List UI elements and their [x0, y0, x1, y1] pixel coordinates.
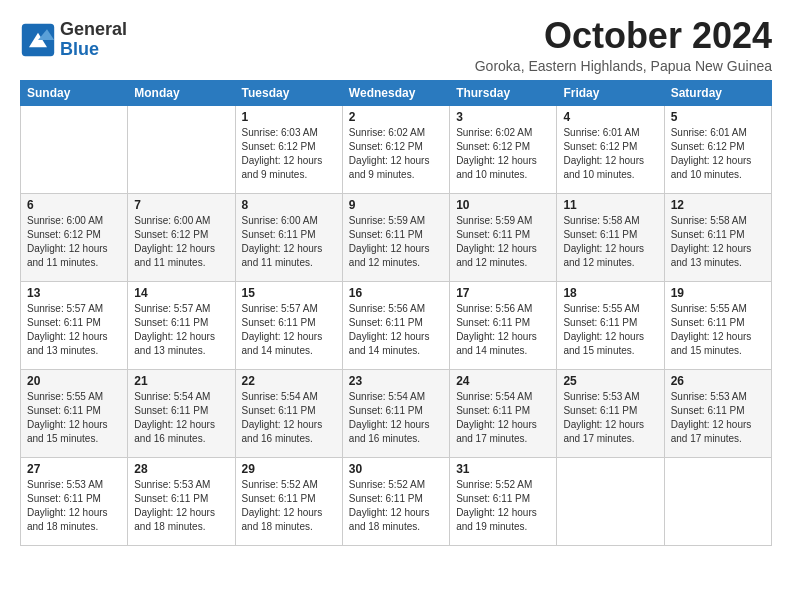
calendar-cell: 22Sunrise: 5:54 AM Sunset: 6:11 PM Dayli…	[235, 369, 342, 457]
day-number: 31	[456, 462, 550, 476]
day-info: Sunrise: 5:56 AM Sunset: 6:11 PM Dayligh…	[456, 302, 550, 358]
calendar-body: 1Sunrise: 6:03 AM Sunset: 6:12 PM Daylig…	[21, 105, 772, 545]
day-number: 18	[563, 286, 657, 300]
header-day-sunday: Sunday	[21, 80, 128, 105]
calendar-cell: 1Sunrise: 6:03 AM Sunset: 6:12 PM Daylig…	[235, 105, 342, 193]
header-day-saturday: Saturday	[664, 80, 771, 105]
calendar-table: SundayMondayTuesdayWednesdayThursdayFrid…	[20, 80, 772, 546]
day-info: Sunrise: 5:59 AM Sunset: 6:11 PM Dayligh…	[349, 214, 443, 270]
day-info: Sunrise: 5:52 AM Sunset: 6:11 PM Dayligh…	[456, 478, 550, 534]
day-number: 6	[27, 198, 121, 212]
calendar-cell	[128, 105, 235, 193]
calendar-cell	[557, 457, 664, 545]
calendar-cell: 6Sunrise: 6:00 AM Sunset: 6:12 PM Daylig…	[21, 193, 128, 281]
day-info: Sunrise: 6:01 AM Sunset: 6:12 PM Dayligh…	[671, 126, 765, 182]
calendar-cell: 4Sunrise: 6:01 AM Sunset: 6:12 PM Daylig…	[557, 105, 664, 193]
logo-text: General Blue	[60, 20, 127, 60]
title-area: October 2024 Goroka, Eastern Highlands, …	[475, 16, 772, 74]
calendar-cell: 15Sunrise: 5:57 AM Sunset: 6:11 PM Dayli…	[235, 281, 342, 369]
day-number: 2	[349, 110, 443, 124]
calendar-cell: 29Sunrise: 5:52 AM Sunset: 6:11 PM Dayli…	[235, 457, 342, 545]
day-number: 28	[134, 462, 228, 476]
day-number: 24	[456, 374, 550, 388]
day-info: Sunrise: 5:58 AM Sunset: 6:11 PM Dayligh…	[671, 214, 765, 270]
calendar-cell: 19Sunrise: 5:55 AM Sunset: 6:11 PM Dayli…	[664, 281, 771, 369]
week-row-2: 6Sunrise: 6:00 AM Sunset: 6:12 PM Daylig…	[21, 193, 772, 281]
day-info: Sunrise: 5:57 AM Sunset: 6:11 PM Dayligh…	[134, 302, 228, 358]
calendar-cell: 30Sunrise: 5:52 AM Sunset: 6:11 PM Dayli…	[342, 457, 449, 545]
day-info: Sunrise: 5:54 AM Sunset: 6:11 PM Dayligh…	[134, 390, 228, 446]
day-info: Sunrise: 5:57 AM Sunset: 6:11 PM Dayligh…	[27, 302, 121, 358]
day-info: Sunrise: 5:53 AM Sunset: 6:11 PM Dayligh…	[671, 390, 765, 446]
day-info: Sunrise: 5:54 AM Sunset: 6:11 PM Dayligh…	[456, 390, 550, 446]
location-subtitle: Goroka, Eastern Highlands, Papua New Gui…	[475, 58, 772, 74]
calendar-cell: 21Sunrise: 5:54 AM Sunset: 6:11 PM Dayli…	[128, 369, 235, 457]
day-number: 19	[671, 286, 765, 300]
day-info: Sunrise: 6:00 AM Sunset: 6:12 PM Dayligh…	[134, 214, 228, 270]
day-info: Sunrise: 5:55 AM Sunset: 6:11 PM Dayligh…	[563, 302, 657, 358]
day-number: 17	[456, 286, 550, 300]
day-info: Sunrise: 5:53 AM Sunset: 6:11 PM Dayligh…	[27, 478, 121, 534]
day-number: 21	[134, 374, 228, 388]
header-day-wednesday: Wednesday	[342, 80, 449, 105]
header-day-tuesday: Tuesday	[235, 80, 342, 105]
header: General Blue October 2024 Goroka, Easter…	[20, 16, 772, 74]
day-number: 20	[27, 374, 121, 388]
day-info: Sunrise: 5:52 AM Sunset: 6:11 PM Dayligh…	[242, 478, 336, 534]
week-row-1: 1Sunrise: 6:03 AM Sunset: 6:12 PM Daylig…	[21, 105, 772, 193]
day-info: Sunrise: 5:55 AM Sunset: 6:11 PM Dayligh…	[27, 390, 121, 446]
day-info: Sunrise: 5:52 AM Sunset: 6:11 PM Dayligh…	[349, 478, 443, 534]
day-info: Sunrise: 6:00 AM Sunset: 6:11 PM Dayligh…	[242, 214, 336, 270]
header-row: SundayMondayTuesdayWednesdayThursdayFrid…	[21, 80, 772, 105]
day-number: 23	[349, 374, 443, 388]
calendar-cell: 11Sunrise: 5:58 AM Sunset: 6:11 PM Dayli…	[557, 193, 664, 281]
calendar-cell: 27Sunrise: 5:53 AM Sunset: 6:11 PM Dayli…	[21, 457, 128, 545]
day-number: 29	[242, 462, 336, 476]
day-info: Sunrise: 5:59 AM Sunset: 6:11 PM Dayligh…	[456, 214, 550, 270]
day-info: Sunrise: 5:57 AM Sunset: 6:11 PM Dayligh…	[242, 302, 336, 358]
day-info: Sunrise: 6:03 AM Sunset: 6:12 PM Dayligh…	[242, 126, 336, 182]
calendar-cell: 14Sunrise: 5:57 AM Sunset: 6:11 PM Dayli…	[128, 281, 235, 369]
calendar-cell: 26Sunrise: 5:53 AM Sunset: 6:11 PM Dayli…	[664, 369, 771, 457]
logo: General Blue	[20, 20, 127, 60]
calendar-cell: 23Sunrise: 5:54 AM Sunset: 6:11 PM Dayli…	[342, 369, 449, 457]
calendar-cell: 31Sunrise: 5:52 AM Sunset: 6:11 PM Dayli…	[450, 457, 557, 545]
calendar-cell: 3Sunrise: 6:02 AM Sunset: 6:12 PM Daylig…	[450, 105, 557, 193]
month-title: October 2024	[475, 16, 772, 56]
day-number: 7	[134, 198, 228, 212]
day-info: Sunrise: 6:02 AM Sunset: 6:12 PM Dayligh…	[456, 126, 550, 182]
day-number: 13	[27, 286, 121, 300]
logo-general-text: General	[60, 20, 127, 40]
calendar-cell: 8Sunrise: 6:00 AM Sunset: 6:11 PM Daylig…	[235, 193, 342, 281]
calendar-cell	[664, 457, 771, 545]
calendar-cell: 10Sunrise: 5:59 AM Sunset: 6:11 PM Dayli…	[450, 193, 557, 281]
calendar-cell: 13Sunrise: 5:57 AM Sunset: 6:11 PM Dayli…	[21, 281, 128, 369]
calendar-cell: 17Sunrise: 5:56 AM Sunset: 6:11 PM Dayli…	[450, 281, 557, 369]
day-info: Sunrise: 5:54 AM Sunset: 6:11 PM Dayligh…	[242, 390, 336, 446]
header-day-thursday: Thursday	[450, 80, 557, 105]
week-row-5: 27Sunrise: 5:53 AM Sunset: 6:11 PM Dayli…	[21, 457, 772, 545]
day-number: 16	[349, 286, 443, 300]
day-info: Sunrise: 5:55 AM Sunset: 6:11 PM Dayligh…	[671, 302, 765, 358]
calendar-cell: 2Sunrise: 6:02 AM Sunset: 6:12 PM Daylig…	[342, 105, 449, 193]
calendar-cell: 12Sunrise: 5:58 AM Sunset: 6:11 PM Dayli…	[664, 193, 771, 281]
day-info: Sunrise: 5:53 AM Sunset: 6:11 PM Dayligh…	[563, 390, 657, 446]
day-number: 10	[456, 198, 550, 212]
calendar-cell: 5Sunrise: 6:01 AM Sunset: 6:12 PM Daylig…	[664, 105, 771, 193]
calendar-cell	[21, 105, 128, 193]
day-number: 14	[134, 286, 228, 300]
day-number: 30	[349, 462, 443, 476]
calendar-cell: 28Sunrise: 5:53 AM Sunset: 6:11 PM Dayli…	[128, 457, 235, 545]
calendar-cell: 18Sunrise: 5:55 AM Sunset: 6:11 PM Dayli…	[557, 281, 664, 369]
day-number: 1	[242, 110, 336, 124]
header-day-monday: Monday	[128, 80, 235, 105]
day-info: Sunrise: 6:01 AM Sunset: 6:12 PM Dayligh…	[563, 126, 657, 182]
day-number: 12	[671, 198, 765, 212]
day-number: 3	[456, 110, 550, 124]
logo-blue-text: Blue	[60, 40, 127, 60]
calendar-cell: 7Sunrise: 6:00 AM Sunset: 6:12 PM Daylig…	[128, 193, 235, 281]
day-info: Sunrise: 6:02 AM Sunset: 6:12 PM Dayligh…	[349, 126, 443, 182]
day-info: Sunrise: 5:56 AM Sunset: 6:11 PM Dayligh…	[349, 302, 443, 358]
day-info: Sunrise: 6:00 AM Sunset: 6:12 PM Dayligh…	[27, 214, 121, 270]
day-number: 9	[349, 198, 443, 212]
